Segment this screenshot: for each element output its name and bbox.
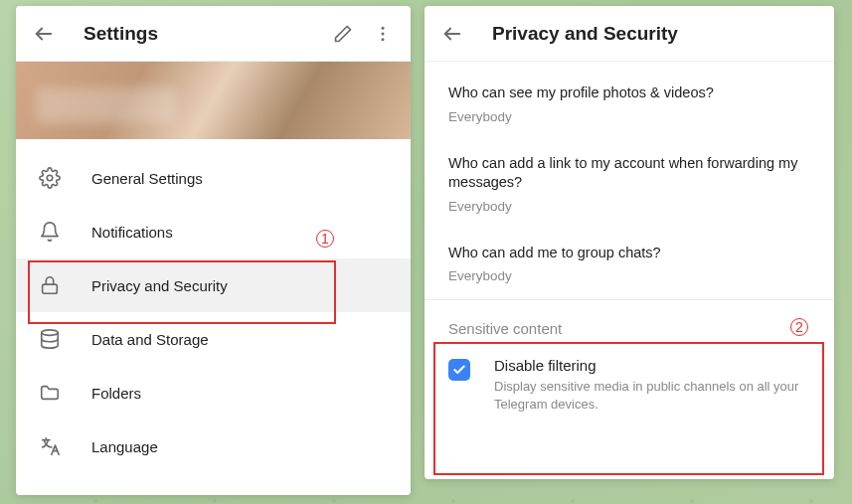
settings-header: Settings: [16, 6, 411, 62]
pencil-icon: [333, 24, 353, 44]
privacy-body: Who can see my profile photos & videos? …: [425, 62, 834, 440]
privacy-question: Who can add a link to my account when fo…: [448, 154, 810, 193]
settings-item-label: Data and Storage: [91, 331, 209, 348]
privacy-item-forward-link[interactable]: Who can add a link to my account when fo…: [425, 140, 834, 230]
settings-title: Settings: [84, 23, 323, 45]
bell-icon: [38, 220, 62, 244]
privacy-title: Privacy and Security: [492, 23, 826, 45]
section-title-sensitive: Sensitive content: [425, 300, 834, 343]
disable-filtering-row[interactable]: Disable filtering Display sensitive medi…: [425, 343, 834, 432]
settings-item-label: Privacy and Security: [91, 277, 228, 294]
privacy-item-groups[interactable]: Who can add me to group chats? Everybody: [425, 230, 834, 300]
settings-item-data[interactable]: Data and Storage: [16, 312, 411, 366]
settings-item-label: Language: [91, 438, 158, 455]
folder-icon: [38, 381, 62, 405]
settings-panel: Settings General Settings Notifications …: [16, 6, 411, 495]
svg-point-4: [47, 175, 53, 181]
settings-item-folders[interactable]: Folders: [16, 366, 411, 420]
privacy-question: Who can add me to group chats?: [448, 244, 810, 263]
svg-point-2: [382, 32, 385, 35]
settings-list: General Settings Notifications Privacy a…: [16, 139, 411, 485]
settings-item-notifications[interactable]: Notifications: [16, 205, 411, 258]
annotation-number-2: 2: [790, 318, 808, 336]
settings-item-general[interactable]: General Settings: [16, 151, 411, 205]
check-icon: [452, 363, 466, 377]
svg-rect-5: [43, 284, 58, 293]
more-button[interactable]: [363, 14, 403, 54]
language-icon: [38, 434, 62, 458]
annotation-number-1: 1: [316, 230, 334, 248]
gear-icon: [38, 166, 62, 190]
settings-item-privacy[interactable]: Privacy and Security: [16, 258, 411, 312]
privacy-question: Who can see my profile photos & videos?: [448, 84, 810, 103]
arrow-left-icon: [33, 23, 55, 45]
lock-icon: [38, 273, 62, 297]
back-button[interactable]: [432, 14, 472, 54]
back-button[interactable]: [24, 14, 64, 54]
settings-item-label: General Settings: [91, 170, 203, 187]
privacy-value: Everybody: [448, 109, 810, 124]
privacy-panel: Privacy and Security Who can see my prof…: [425, 6, 834, 479]
more-vertical-icon: [373, 24, 393, 44]
disable-filtering-checkbox[interactable]: [448, 359, 470, 381]
svg-point-1: [382, 26, 385, 29]
check-description: Display sensitive media in public channe…: [494, 378, 810, 413]
settings-item-label: Folders: [91, 385, 141, 402]
check-label: Disable filtering: [494, 357, 810, 374]
edit-button[interactable]: [323, 14, 363, 54]
database-icon: [38, 327, 62, 351]
settings-item-language[interactable]: Language: [16, 420, 411, 473]
check-text: Disable filtering Display sensitive medi…: [494, 357, 810, 413]
privacy-value: Everybody: [448, 199, 810, 214]
privacy-value: Everybody: [448, 268, 810, 283]
profile-banner[interactable]: [16, 62, 411, 139]
settings-item-label: Notifications: [91, 224, 173, 241]
privacy-item-photos[interactable]: Who can see my profile photos & videos? …: [425, 70, 834, 140]
svg-point-6: [42, 330, 59, 336]
privacy-header: Privacy and Security: [425, 6, 834, 62]
arrow-left-icon: [441, 23, 463, 45]
svg-point-3: [382, 38, 385, 41]
